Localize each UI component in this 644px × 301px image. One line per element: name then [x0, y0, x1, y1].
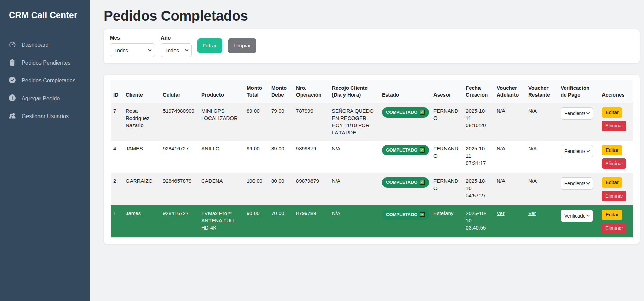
- cell-monto-debe: 79.00: [269, 103, 293, 141]
- cell-monto-total: 99.00: [244, 141, 269, 173]
- payment-verification-select[interactable]: Verificado: [561, 210, 593, 222]
- sidebar-item-pedidos-pendientes[interactable]: Pedidos Pendientes: [0, 55, 90, 71]
- cell-celular: 928416727: [160, 141, 199, 173]
- cell-acciones: Editar Eliminar: [599, 173, 633, 205]
- delete-button[interactable]: Eliminar: [602, 223, 626, 233]
- column-header-recojo: Recojo Cliente (Día y Hora): [329, 80, 379, 103]
- check-circle-icon: [9, 77, 16, 85]
- cell-voucher-adelanto: N/A: [494, 173, 526, 205]
- cell-nro-operacion: 9899879: [293, 141, 329, 173]
- table-header-row: ID Cliente Celular Producto Monto Total …: [111, 80, 633, 103]
- status-badge: COMPLETADO ✓: [382, 145, 429, 155]
- table-row: 1 James 928416727 TVMax Pro™ ANTENA FULL…: [111, 205, 633, 237]
- cell-asesor: FERNANDO: [431, 141, 463, 173]
- cell-recojo: N/A: [329, 173, 379, 205]
- cell-acciones: Editar Eliminar: [599, 141, 633, 173]
- cell-verificacion: Pendiente: [558, 173, 599, 205]
- cell-voucher-restante: N/A: [526, 173, 558, 205]
- cell-monto-total: 100.00: [244, 173, 269, 205]
- column-header-monto-debe: Monto Debe: [269, 80, 293, 103]
- page-title: Pedidos Completados: [104, 8, 640, 24]
- cell-cliente: GARRAIZO: [123, 173, 160, 205]
- cell-monto-debe: 80.00: [269, 173, 293, 205]
- cell-recojo: N/A: [329, 205, 379, 237]
- cell-nro-operacion: 8799789: [293, 205, 329, 237]
- cell-producto: CADENA: [199, 173, 244, 205]
- cell-recojo: SEÑORA QUEDO EN RECOGER HOY 11/10 POR LA…: [329, 103, 379, 141]
- column-header-voucher-restante: Voucher Restante: [526, 80, 558, 103]
- cell-estado: COMPLETADO ✓: [379, 103, 431, 141]
- cell-producto: ANILLO: [199, 141, 244, 173]
- column-header-producto: Producto: [199, 80, 244, 103]
- payment-verification-select[interactable]: Pendiente: [561, 145, 593, 157]
- cell-celular: 928416727: [160, 205, 199, 237]
- delete-button[interactable]: Eliminar: [602, 191, 626, 201]
- cell-cliente: Rosa Rodríguez Nazario: [123, 103, 160, 141]
- voucher-restante-value[interactable]: Ver: [528, 210, 536, 216]
- year-field: Año Todos: [161, 35, 192, 57]
- filter-button[interactable]: Filtrar: [197, 38, 222, 53]
- sidebar-item-label: Pedidos Completados: [22, 78, 76, 84]
- table-row: 4 JAMES 928416727 ANILLO 99.00 89.00 989…: [111, 141, 633, 173]
- cell-fecha: 2025-10-10 03:40:55: [463, 205, 494, 237]
- sidebar-item-agregar-pedido[interactable]: Agregar Pedido: [0, 90, 90, 107]
- voucher-adelanto-value: N/A: [497, 146, 505, 152]
- sidebar-item-label: Dashboard: [22, 42, 48, 48]
- status-badge: COMPLETADO ✓: [382, 107, 429, 118]
- cell-fecha: 2025-10-11 07:31:17: [463, 141, 494, 173]
- clear-button[interactable]: Limpiar: [228, 38, 257, 53]
- cell-estado: COMPLETADO ✓: [379, 141, 431, 173]
- cell-asesor: Estefany: [431, 205, 463, 237]
- cell-estado: COMPLETADO ✓: [379, 173, 431, 205]
- column-header-monto-total: Monto Total: [244, 80, 269, 103]
- column-header-nro-operacion: Nro. Operación: [293, 80, 329, 103]
- cell-cliente: JAMES: [123, 141, 160, 173]
- plus-circle-icon: [9, 94, 16, 103]
- sidebar-item-label: Agregar Pedido: [22, 96, 60, 102]
- month-select[interactable]: Todos: [110, 43, 155, 57]
- orders-tbody: 7 Rosa Rodríguez Nazario 51974980900 MIN…: [111, 103, 633, 237]
- check-emoji-icon: ✓: [420, 110, 425, 115]
- check-emoji-icon: ✓: [420, 147, 425, 153]
- check-emoji-icon: ✓: [420, 212, 425, 217]
- column-header-verificacion: Verificación de Pago: [558, 80, 599, 103]
- edit-button[interactable]: Editar: [602, 145, 622, 155]
- cell-cliente: James: [123, 205, 160, 237]
- delete-button[interactable]: Eliminar: [602, 158, 626, 169]
- edit-button[interactable]: Editar: [602, 177, 622, 188]
- cell-voucher-adelanto: N/A: [494, 103, 526, 141]
- cell-producto: MINI GPS LOCALIZADOR: [199, 103, 244, 141]
- payment-verification-select[interactable]: Pendiente: [561, 177, 593, 190]
- cell-monto-debe: 70.00: [269, 205, 293, 237]
- column-header-celular: Celular: [160, 80, 199, 103]
- sidebar-nav: Dashboard Pedidos Pendientes Pedidos Com…: [0, 37, 90, 125]
- sidebar-item-pedidos-completados[interactable]: Pedidos Completados: [0, 73, 90, 89]
- sidebar-item-dashboard[interactable]: Dashboard: [0, 37, 90, 53]
- table-row: 2 GARRAIZO 9284657879 CADENA 100.00 80.0…: [111, 173, 633, 205]
- year-label: Año: [161, 35, 192, 41]
- column-header-asesor: Asesor: [431, 80, 463, 103]
- year-select[interactable]: Todos: [161, 43, 192, 57]
- check-emoji-icon: ✓: [420, 180, 425, 185]
- column-header-cliente: Cliente: [123, 80, 160, 103]
- sidebar: CRM Call Center Dashboard Pedidos Pendie…: [0, 0, 90, 301]
- cell-voucher-restante: N/A: [526, 141, 558, 173]
- cell-celular: 9284657879: [160, 173, 199, 205]
- cell-id: 4: [111, 141, 123, 173]
- cell-recojo: N/A: [329, 141, 379, 173]
- cell-nro-operacion: 787999: [293, 103, 329, 141]
- month-label: Mes: [110, 35, 155, 41]
- voucher-adelanto-value[interactable]: Ver: [497, 210, 505, 216]
- cell-asesor: FERNANDO: [431, 173, 463, 205]
- cell-voucher-adelanto: N/A: [494, 141, 526, 173]
- payment-verification-select[interactable]: Pendiente: [561, 107, 593, 120]
- cell-voucher-restante: N/A: [526, 103, 558, 141]
- edit-button[interactable]: Editar: [602, 210, 622, 220]
- edit-button[interactable]: Editar: [602, 107, 622, 118]
- users-icon: [9, 112, 16, 121]
- filter-card: Mes Todos Año Todos Filtrar Limpiar: [104, 29, 640, 63]
- delete-button[interactable]: Eliminar: [602, 121, 626, 131]
- sidebar-item-gestionar-usuarios[interactable]: Gestionar Usuarios: [0, 108, 90, 125]
- cell-acciones: Editar Eliminar: [599, 205, 633, 237]
- cell-asesor: FERNANDO: [431, 103, 463, 141]
